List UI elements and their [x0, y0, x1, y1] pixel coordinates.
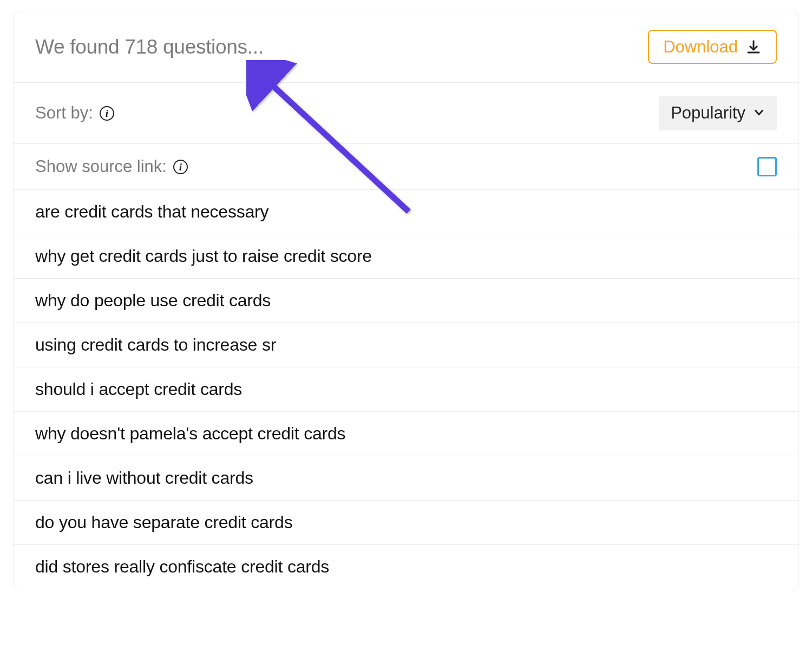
question-list: are credit cards that necessary why get … [14, 190, 798, 589]
sort-select[interactable]: Popularity [659, 96, 777, 130]
sort-row: Sort by: i Popularity [14, 83, 798, 144]
sort-label: Sort by: i [35, 103, 114, 123]
results-panel: We found 718 questions... Download [13, 11, 799, 589]
show-source-label: Show source link: i [35, 157, 188, 176]
list-item[interactable]: why get credit cards just to raise credi… [14, 234, 798, 279]
list-item[interactable]: can i live without credit cards [14, 456, 798, 501]
list-item[interactable]: using credit cards to increase sr [14, 323, 798, 367]
chevron-down-icon [753, 103, 765, 123]
download-icon [745, 39, 762, 55]
download-button-label: Download [663, 38, 738, 55]
show-source-label-text: Show source link: [35, 157, 167, 176]
list-item[interactable]: why doesn't pamela's accept credit cards [14, 412, 798, 456]
list-item[interactable]: should i accept credit cards [14, 367, 798, 412]
info-icon[interactable]: i [173, 160, 188, 174]
info-icon[interactable]: i [100, 106, 114, 121]
show-source-checkbox[interactable] [757, 157, 777, 176]
list-item[interactable]: did stores really confiscate credit card… [14, 545, 798, 589]
results-count-title: We found 718 questions... [35, 36, 264, 58]
list-item[interactable]: are credit cards that necessary [14, 190, 798, 234]
header-row: We found 718 questions... Download [14, 11, 798, 83]
show-source-row: Show source link: i [14, 144, 798, 190]
list-item[interactable]: do you have separate credit cards [14, 501, 798, 545]
list-item[interactable]: why do people use credit cards [14, 279, 798, 323]
sort-select-value: Popularity [671, 103, 745, 123]
sort-label-text: Sort by: [35, 103, 93, 123]
download-button[interactable]: Download [648, 30, 777, 64]
